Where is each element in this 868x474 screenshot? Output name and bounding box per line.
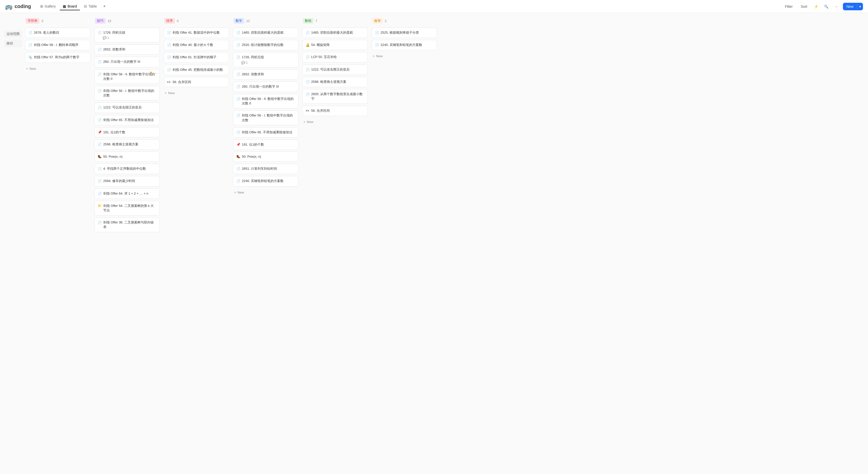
column-paixu: 排序 5 📄 剑指 Offer 41. 数据流中的中位数 📄 剑指 Offer …: [164, 17, 229, 470]
card-title-text: 2596. 检查骑士巡视方案: [311, 80, 346, 84]
more-card-icon[interactable]: ···: [155, 71, 157, 75]
list-item[interactable]: 📄 剑指 Offer 56 - I. 数组中数字出现的次数: [233, 110, 299, 125]
list-item[interactable]: 📄 LCP 50. 宝石补给: [302, 52, 368, 62]
sidebar-label-dongfan[interactable]: 运动范围: [4, 30, 22, 38]
boot-icon: 🥾: [236, 154, 240, 159]
card-title-text: 剑指 Offer 58 - I. 翻转单词顺序: [34, 43, 79, 47]
plus-icon: +: [165, 91, 167, 95]
list-item[interactable]: 🔔 54. 螺旋矩阵: [302, 40, 368, 50]
board-container: 运动范围 路径 字符串 3 📄 2678. 老人的数目 📄 剑指 Offer 5…: [0, 13, 868, 474]
column-tag-jiqiao: 技巧: [95, 18, 105, 24]
list-item[interactable]: 🥾 50. Pow(x, n): [233, 152, 299, 162]
add-new-paixu[interactable]: + New: [164, 89, 229, 97]
add-new-label: New: [30, 67, 36, 70]
doc-icon: 📄: [236, 85, 240, 89]
list-item[interactable]: 📁 剑指 Offer 54. 二叉搜索树的第 k 大节点: [94, 201, 160, 215]
list-item[interactable]: 📄 2605. 从两个数字数组里生成最小数字: [302, 89, 368, 104]
column-count-shuzu: 7: [315, 19, 317, 23]
card-title-text: 剑指 Offer 65. 不用加减乘除做加法: [103, 118, 154, 122]
filter-button[interactable]: Filter: [782, 3, 795, 10]
list-item[interactable]: 📄 1726. 同积元组 💬 1: [94, 28, 160, 42]
header: 🚌 coding ⊞ Gallery ▦ Board ⊟ Table + Fil…: [0, 0, 868, 13]
column-tag-shuzu: 数组: [303, 18, 313, 24]
boot-icon: 🥾: [98, 154, 102, 159]
doc-icon: 📄: [306, 31, 310, 35]
list-item[interactable]: 📄 2240. 买钢笔和铅笔的方案数: [233, 176, 299, 186]
list-item[interactable]: 📄 1465. 切割后面积最大的蛋糕: [302, 28, 368, 38]
lightning-icon[interactable]: ⚡: [813, 3, 820, 10]
list-item[interactable]: 📄 1222. 可以攻击国王的皇后: [94, 102, 160, 113]
list-item[interactable]: 📄 剑指 Offer 56 - II. 数组中数字出现的次数 II ✏️ ···: [94, 69, 160, 84]
add-new-zifu[interactable]: + New: [25, 65, 90, 72]
list-item[interactable]: 📄 剑指 Offer 65. 不用加减乘除做加法: [233, 127, 299, 137]
card-title-text: 2605. 从两个数字数组里生成最小数字: [311, 92, 365, 101]
doc-icon: 📄: [98, 167, 102, 171]
list-item[interactable]: 📄 4. 寻找两个正序数组的中位数: [94, 164, 160, 174]
doc-icon: 📄: [375, 31, 379, 35]
column-jiqiao: 技巧 19 📄 1726. 同积元组 💬 1 📄 2652. 倍数求和 📄 26…: [94, 17, 160, 470]
doc-icon: 📄: [98, 31, 102, 35]
app-logo: 🚌 coding: [5, 3, 31, 10]
list-item[interactable]: 📄 剑指 Offer 56 - II. 数组中数字出现的次数 II: [233, 94, 299, 108]
tab-table[interactable]: ⊟ Table: [81, 3, 100, 10]
column-tag-meiju: 枚举: [372, 18, 383, 24]
list-item[interactable]: 📄 2596. 检查骑士巡视方案: [302, 77, 368, 87]
new-button[interactable]: New ▾: [843, 3, 863, 10]
list-item[interactable]: 📄 剑指 Offer 61. 扑克牌中的顺子: [164, 52, 229, 63]
list-item[interactable]: 📄 260. 只出现一次的数字 III: [94, 57, 160, 67]
sidebar-label-lujing[interactable]: 路径: [4, 40, 22, 47]
edit-icon[interactable]: ✏️: [150, 71, 154, 75]
doc-icon: 📄: [236, 97, 240, 101]
tab-board[interactable]: ▦ Board: [60, 3, 80, 10]
list-item[interactable]: 📄 剑指 Offer 65. 不用加减乘除做加法: [94, 115, 160, 125]
doc-icon: 📄: [98, 48, 102, 52]
list-item[interactable]: 📄 260. 只出现一次的数字 III: [233, 82, 299, 92]
list-item[interactable]: 📄 剑指 Offer 56 - I. 数组中数字出现的次数: [94, 86, 160, 100]
search-icon[interactable]: 🔍: [823, 3, 830, 10]
list-item[interactable]: 📄 1465. 切割后面积最大的蛋糕: [233, 28, 299, 38]
add-new-meiju[interactable]: + New: [372, 52, 437, 60]
more-icon[interactable]: ···: [833, 3, 840, 10]
card-title-text: 剑指 Offer 65. 不用加减乘除做加法: [242, 130, 292, 134]
doc-icon: 📄: [167, 55, 171, 60]
doc-icon: 📄: [98, 118, 102, 123]
add-view-button[interactable]: +: [101, 3, 108, 10]
list-item[interactable]: 📄 2520. 统计能整除数字的位数: [233, 40, 299, 50]
list-item[interactable]: 📄 2678. 老人的数目: [25, 28, 90, 38]
list-item[interactable]: 📄 剑指 Offer 58 - I. 翻转单词顺序: [25, 40, 90, 50]
card-title-text: 1726. 同积元组: [242, 55, 264, 60]
card-title-text: 2240. 买钢笔和铅笔的方案数: [380, 43, 422, 47]
doc-icon: 📄: [98, 192, 102, 196]
doc-icon: 📄: [236, 43, 240, 48]
list-item[interactable]: 📄 1222. 可以攻击围王的皇后: [302, 65, 368, 75]
list-item[interactable]: 📄 1726. 同积元组 💬 1: [233, 52, 299, 67]
add-new-shuzu[interactable]: + New: [302, 118, 368, 126]
list-item[interactable]: 📄 2594. 修车的最少时间: [94, 176, 160, 186]
list-item[interactable]: 👀 56. 合并区间: [302, 106, 368, 116]
list-item[interactable]: 📌 191. 位1的个数: [94, 127, 160, 137]
new-button-arrow[interactable]: ▾: [857, 3, 863, 10]
column-count-jiqiao: 19: [107, 19, 111, 23]
app-title: coding: [14, 3, 31, 9]
list-item[interactable]: 📄 2652. 倍数求和: [233, 69, 299, 80]
list-item[interactable]: 📄 剑指 Offer 40. 最小的 k 个数: [164, 40, 229, 50]
add-new-shuxue[interactable]: + New: [233, 189, 299, 196]
list-item[interactable]: 📄 2596. 检查骑士巡视方案: [94, 139, 160, 150]
list-item[interactable]: 📄 剑指 Offer 64. 求 1 + 2 + … + n: [94, 189, 160, 199]
list-item[interactable]: 📄 剑指 Offer 36. 二叉搜索树与双向链表: [94, 217, 160, 232]
tab-gallery[interactable]: ⊞ Gallery: [37, 3, 59, 10]
sort-button[interactable]: Sort: [798, 3, 810, 10]
list-item[interactable]: 📄 剑指 Offer 45. 把数组排成最小的数: [164, 65, 229, 75]
list-item[interactable]: 📄 2652. 倍数求和: [94, 44, 160, 55]
list-item[interactable]: 📄 2525. 根据规则将箱子分类: [372, 28, 437, 38]
list-item[interactable]: 🥾 50. Pow(x, n): [94, 152, 160, 162]
list-item[interactable]: 👀 56. 合并区间: [164, 77, 229, 87]
list-item[interactable]: 📄 2651. 计算列车到站时间: [233, 164, 299, 174]
doc-icon: 📄: [306, 55, 310, 60]
card-title-text: 191. 位1的个数: [103, 130, 125, 134]
list-item[interactable]: 📎 剑指 Offer 57. 和为s的两个数字: [25, 52, 90, 63]
card-title-text: 2525. 根据规则将箱子分类: [380, 30, 419, 35]
list-item[interactable]: 📌 191. 位1的个数: [233, 139, 299, 150]
list-item[interactable]: 📄 2240. 买钢笔和铅笔的方案数: [372, 40, 437, 50]
list-item[interactable]: 📄 剑指 Offer 41. 数据流中的中位数: [164, 28, 229, 38]
